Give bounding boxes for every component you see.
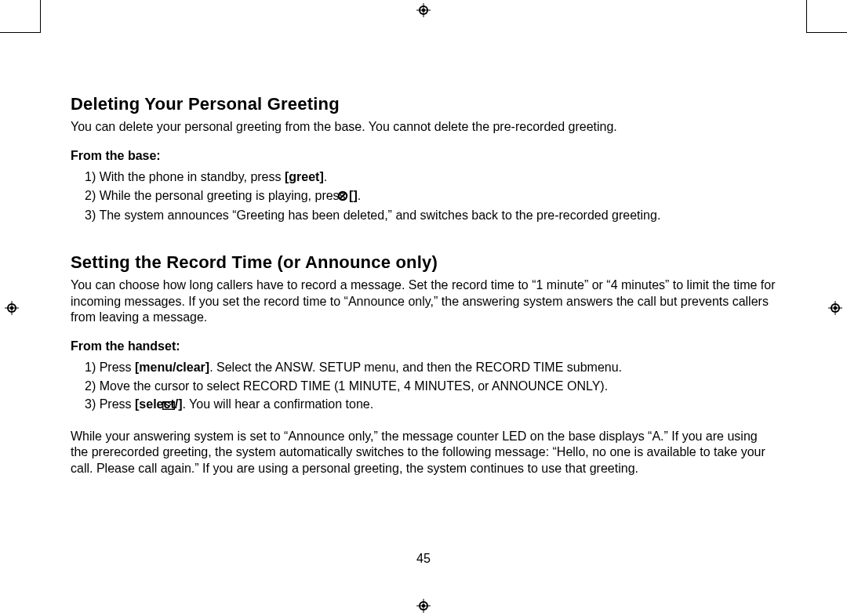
step-text: 2) While the personal greeting is playin…: [85, 189, 349, 202]
note-text: While your answering system is set to “A…: [71, 429, 776, 476]
crop-mark: [806, 0, 807, 33]
step-text: 1) Press: [85, 361, 135, 374]
crop-mark: [0, 32, 41, 33]
list-item: 2) Move the cursor to select RECORD TIME…: [85, 377, 776, 395]
subheading-from-handset: From the handset:: [71, 339, 776, 353]
registration-mark-icon: [5, 301, 19, 315]
heading-deleting-greeting: Deleting Your Personal Greeting: [71, 94, 776, 114]
registration-mark-icon: [828, 301, 842, 315]
crop-mark: [806, 32, 847, 33]
intro-text: You can choose how long callers have to …: [71, 277, 776, 325]
step-text: 1) With the phone in standby, press: [85, 170, 285, 183]
list-item: 1) Press [menu/clear]. Select the ANSW. …: [85, 358, 776, 376]
list-item: 1) With the phone in standby, press [gre…: [85, 168, 776, 186]
intro-text: You can delete your personal greeting fr…: [71, 119, 776, 135]
list-item: 3) The system announces “Greeting has be…: [85, 206, 776, 224]
list-item: 3) Press [select/]. You will hear a conf…: [85, 395, 776, 415]
registration-mark-icon: [416, 599, 431, 613]
registration-mark-icon: [416, 3, 431, 17]
step-text: 3) Press: [85, 397, 135, 411]
heading-record-time: Setting the Record Time (or Announce onl…: [71, 252, 776, 273]
subheading-from-base: From the base:: [71, 149, 776, 163]
button-label: [greet]: [285, 170, 324, 183]
list-item: 2) While the personal greeting is playin…: [85, 187, 776, 206]
step-text: .: [358, 189, 361, 202]
button-label: [menu/clear]: [135, 361, 209, 374]
step-text: . Select the ANSW. SETUP menu, and then …: [209, 361, 622, 374]
crop-mark: [40, 0, 41, 33]
step-text: .: [324, 170, 327, 183]
step-text: . You will hear a confirmation tone.: [182, 397, 373, 411]
page-number: 45: [0, 552, 847, 566]
page-content: Deleting Your Personal Greeting You can …: [71, 94, 776, 476]
svg-line-21: [340, 193, 347, 199]
steps-list: 1) Press [menu/clear]. Select the ANSW. …: [71, 358, 776, 415]
steps-list: 1) With the phone in standby, press [gre…: [71, 168, 776, 224]
